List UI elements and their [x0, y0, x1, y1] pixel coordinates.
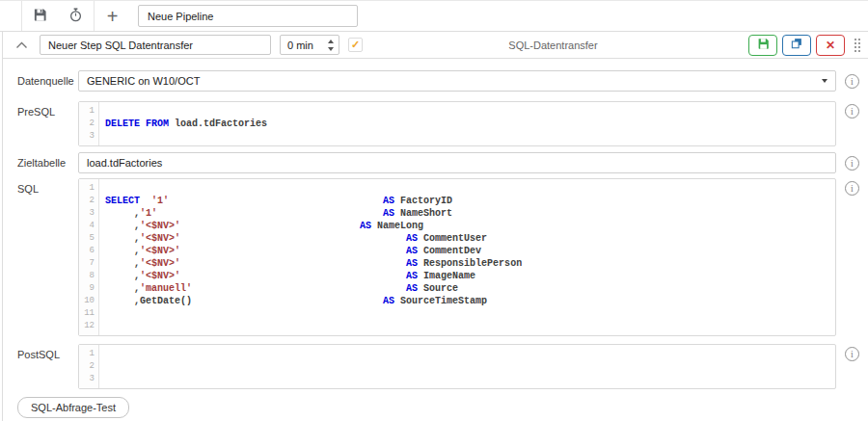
close-icon: ✕	[826, 39, 835, 52]
step-form: Datenquelle GENERIC on W10/OCT i PreSQL …	[3, 59, 868, 421]
step-enabled-checkbox[interactable]: ✓	[348, 38, 363, 52]
chevron-up-icon	[15, 38, 28, 52]
save-icon	[33, 8, 47, 25]
drag-handle[interactable]	[854, 39, 860, 52]
add-step-button[interactable]: +	[95, 1, 130, 31]
postsql-gutter: 123	[79, 345, 99, 388]
postsql-info-icon[interactable]: i	[845, 347, 859, 361]
datenquelle-label: Datenquelle	[3, 75, 78, 87]
step-copy-button[interactable]	[782, 35, 811, 56]
save-icon	[757, 38, 770, 53]
zieltabelle-row: Zieltabelle i	[3, 152, 868, 173]
sql-gutter: 123456789101112	[79, 179, 99, 335]
plus-icon: +	[107, 7, 119, 26]
step-name-input[interactable]	[40, 35, 271, 55]
presql-gutter: 123	[79, 102, 99, 145]
copy-icon	[791, 38, 802, 52]
presql-row: PreSQL 123 DELETE FROM load.tdFactories …	[3, 101, 868, 146]
step-panel: 0 min ✓ SQL-Datentransfer	[2, 32, 868, 421]
postsql-label: PostSQL	[3, 344, 78, 360]
chevron-down-icon	[822, 79, 827, 83]
sql-info-icon[interactable]: i	[845, 181, 859, 196]
sql-code[interactable]: SELECT '1' AS FactoryID ,'1' AS NameShor…	[99, 179, 835, 335]
step-header: 0 min ✓ SQL-Datentransfer	[3, 32, 868, 59]
step-type-label: SQL-Datentransfer	[363, 39, 744, 51]
sql-label: SQL	[3, 178, 78, 195]
duration-spinner[interactable]	[323, 36, 339, 54]
save-pipeline-button[interactable]	[22, 1, 58, 31]
presql-editor[interactable]: 123 DELETE FROM load.tdFactories	[78, 101, 836, 146]
datenquelle-row: Datenquelle GENERIC on W10/OCT i	[3, 70, 868, 92]
datenquelle-value: GENERIC on W10/OCT	[87, 75, 200, 87]
sql-editor[interactable]: 123456789101112 SELECT '1' AS FactoryID …	[78, 178, 836, 336]
stopwatch-icon	[68, 8, 83, 25]
spinner-down-icon[interactable]	[328, 47, 334, 51]
presql-label: PreSQL	[3, 101, 78, 118]
schedule-button[interactable]	[58, 1, 94, 31]
check-icon: ✓	[351, 39, 360, 51]
zieltabelle-label: Zieltabelle	[3, 157, 78, 169]
zieltabelle-info-icon[interactable]: i	[845, 156, 859, 171]
step-delete-button[interactable]: ✕	[816, 35, 845, 56]
pipeline-name-input[interactable]	[138, 5, 358, 27]
zieltabelle-input[interactable]	[78, 152, 836, 173]
collapse-step-button[interactable]	[3, 32, 40, 58]
postsql-editor[interactable]: 123	[78, 344, 836, 389]
step-save-button[interactable]	[748, 35, 777, 56]
duration-value: 0 min	[281, 39, 323, 51]
pipeline-toolbar: +	[0, 0, 868, 32]
spinner-up-icon[interactable]	[328, 39, 334, 43]
postsql-row: PostSQL 123 i	[3, 344, 868, 389]
duration-stepper[interactable]: 0 min	[280, 35, 339, 55]
toolbar-spacer	[0, 1, 22, 31]
postsql-code[interactable]	[99, 345, 835, 388]
presql-code[interactable]: DELETE FROM load.tdFactories	[99, 102, 835, 145]
sql-abfrage-test-button[interactable]: SQL-Abfrage-Test	[17, 397, 129, 418]
sql-row: SQL 123456789101112 SELECT '1' AS Factor…	[3, 178, 868, 336]
datenquelle-select[interactable]: GENERIC on W10/OCT	[78, 70, 836, 92]
datenquelle-info-icon[interactable]: i	[845, 74, 859, 89]
presql-info-icon[interactable]: i	[845, 104, 859, 118]
